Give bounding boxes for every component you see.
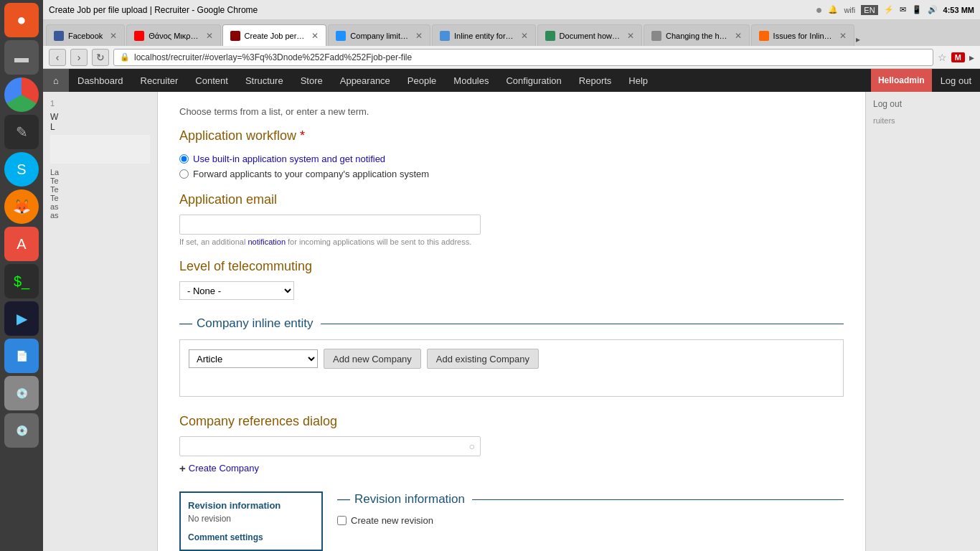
refresh-button[interactable]: ↻ — [92, 49, 109, 66]
store-icon[interactable]: A — [4, 227, 39, 261]
references-input-wrapper: ○ — [179, 436, 481, 456]
tab-inline[interactable]: Inline entity for… ✕ — [432, 24, 536, 46]
tab-issues[interactable]: Issues for Inlin… ✕ — [751, 24, 854, 46]
chrome-logo: ● — [816, 4, 823, 17]
tab-overflow[interactable]: ▸ — [856, 34, 870, 46]
skype-icon[interactable]: S — [4, 152, 39, 187]
media-icon[interactable]: ▶ — [4, 301, 39, 336]
intro-text: Choose terms from a list, or enter a new… — [179, 106, 844, 117]
application-workflow-heading: Application workflow * — [179, 128, 844, 143]
writer-icon[interactable]: 📄 — [4, 339, 39, 373]
issues-favicon — [759, 31, 769, 41]
createjob-favicon — [230, 31, 240, 41]
comment-settings-link[interactable]: Comment settings — [188, 532, 314, 542]
add-existing-company-button[interactable]: Add existing Company — [427, 349, 539, 369]
tab-youtube[interactable]: Θάνος Μικρ… ✕ — [126, 24, 220, 46]
search-circle-icon: ○ — [469, 441, 475, 452]
firefox-icon[interactable]: 🦊 — [4, 189, 39, 224]
company-inline-header: — Company inline entity — [179, 316, 844, 331]
menu-dashboard[interactable]: Dashboard — [69, 69, 132, 92]
radio-builtin[interactable]: Use built-in application system and get … — [179, 154, 844, 164]
tab-label: Changing the h… — [666, 32, 727, 40]
tab-label: Inline entity for… — [454, 32, 514, 40]
clock: 4:53 MM — [943, 6, 974, 14]
tab-close-icon[interactable]: ✕ — [627, 31, 634, 41]
notification-link[interactable]: notification — [248, 237, 286, 246]
right-sidebar: Log out ruiters — [865, 92, 980, 551]
create-company-link[interactable]: + Create Company — [179, 462, 844, 474]
disk2-icon[interactable]: 💿 — [4, 413, 39, 448]
tab-create-job[interactable]: Create Job per… ✕ — [222, 24, 327, 46]
greeting-text: Hello — [878, 75, 899, 85]
sidebar-item: 1 — [50, 99, 150, 108]
notification-icon[interactable]: 🔔 — [828, 5, 838, 14]
forward-button[interactable]: › — [70, 49, 88, 66]
logout-button[interactable]: Log out — [932, 69, 980, 92]
extensions-icon[interactable]: ▸ — [969, 52, 974, 63]
phone-icon: 📱 — [912, 5, 922, 14]
add-new-company-button[interactable]: Add new Company — [324, 349, 421, 369]
sidebar-block — [50, 135, 150, 164]
company-favicon — [336, 31, 346, 41]
article-type-select[interactable]: Article Blog post Page — [189, 349, 318, 368]
radio-forward[interactable]: Forward applicants to your company's app… — [179, 169, 844, 179]
revision-area: Revision information No revision Comment… — [179, 491, 844, 551]
browser-title-bar: Create Job per file upload | Recruiter -… — [43, 0, 980, 20]
mail-icon: ✉ — [900, 5, 906, 14]
menu-recruiter[interactable]: Recruiter — [132, 69, 187, 92]
menu-modules[interactable]: Modules — [445, 69, 497, 92]
tab-document[interactable]: Document how… ✕ — [537, 24, 642, 46]
tab-close-icon[interactable]: ✕ — [839, 31, 847, 41]
tab-close-icon[interactable]: ✕ — [311, 31, 319, 41]
plus-icon: + — [179, 462, 186, 474]
tab-changing[interactable]: Changing the h… ✕ — [644, 24, 750, 46]
required-marker: * — [300, 128, 305, 143]
page-content: 1 W L La Te Te Te as as Choose terms fro… — [43, 92, 980, 551]
home-menu-button[interactable]: ⌂ — [43, 69, 69, 92]
sidebar-item: L — [50, 122, 150, 132]
lang-indicator: EN — [861, 5, 877, 15]
monitor-icon[interactable]: ▬ — [4, 40, 39, 75]
tab-close-icon[interactable]: ✕ — [110, 31, 117, 41]
gmail-button[interactable]: M — [951, 52, 965, 62]
terminal-icon[interactable]: $_ — [4, 264, 39, 298]
tab-facebook[interactable]: Facebook ✕ — [46, 24, 125, 46]
radio-group-workflow: Use built-in application system and get … — [179, 154, 844, 164]
ubuntu-icon[interactable]: ● — [4, 3, 39, 37]
menu-reports[interactable]: Reports — [570, 69, 621, 92]
back-button[interactable]: ‹ — [49, 49, 66, 66]
menu-help[interactable]: Help — [620, 69, 656, 92]
application-email-input[interactable] — [179, 215, 481, 235]
left-sidebar: 1 W L La Te Te Te as as — [43, 92, 158, 551]
company-references-input[interactable] — [179, 436, 481, 456]
username-text: admin — [899, 75, 924, 85]
radio-builtin-label: Use built-in application system and get … — [193, 154, 385, 164]
menu-structure[interactable]: Structure — [237, 69, 292, 92]
tab-close-icon[interactable]: ✕ — [206, 31, 213, 41]
url-text[interactable]: localhost/recruiter/#overlay=%3Fq%3Dnode… — [134, 52, 412, 62]
address-bar[interactable]: 🔒 localhost/recruiter/#overlay=%3Fq%3Dno… — [113, 49, 933, 66]
radio-builtin-input[interactable] — [179, 154, 189, 164]
bookmark-star[interactable]: ☆ — [938, 52, 947, 63]
chrome-icon[interactable] — [4, 77, 39, 112]
tab-close-icon[interactable]: ✕ — [415, 31, 423, 41]
menu-people[interactable]: People — [399, 69, 445, 92]
tab-close-icon[interactable]: ✕ — [521, 31, 528, 41]
sidebar-item: Te — [50, 194, 150, 202]
revision-dash: — — [337, 491, 350, 507]
menu-content[interactable]: Content — [187, 69, 237, 92]
menu-configuration[interactable]: Configuration — [497, 69, 570, 92]
menu-store[interactable]: Store — [292, 69, 331, 92]
telecommute-select[interactable]: - None - Remote Hybrid On-site — [179, 281, 294, 300]
tab-close-icon[interactable]: ✕ — [735, 31, 742, 41]
inline-entity-controls: Article Blog post Page Add new Company A… — [189, 349, 834, 369]
radio-forward-input[interactable] — [179, 169, 189, 179]
sidebar-item: Te — [50, 185, 150, 194]
tab-company[interactable]: Company limit… ✕ — [328, 24, 430, 46]
revision-right-panel: — Revision information Create new revisi… — [323, 491, 844, 551]
menu-appearance[interactable]: Appearance — [331, 69, 399, 92]
create-revision-label: Create new revision — [351, 515, 433, 526]
create-revision-checkbox[interactable] — [337, 516, 347, 525]
disk-icon[interactable]: 💿 — [4, 376, 39, 410]
edit-icon[interactable]: ✎ — [4, 115, 39, 149]
